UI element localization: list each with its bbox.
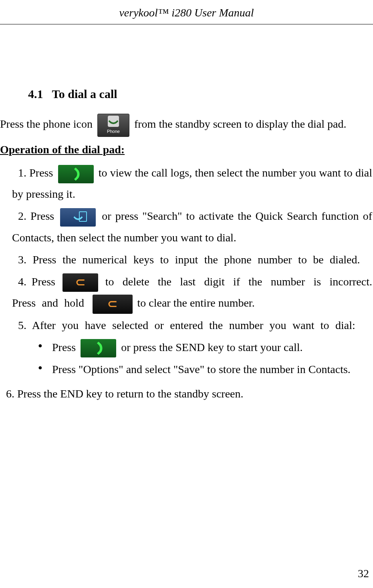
step-2-prefix: 2. Press <box>18 210 58 222</box>
bullet-2: Press "Options" and select "Save" to sto… <box>38 359 372 380</box>
intro-text-1: Press the phone icon <box>0 118 95 130</box>
call-icon <box>58 165 94 183</box>
contacts-icon <box>60 208 96 227</box>
step-3: 3. Press the numerical keys to input the… <box>12 249 372 270</box>
section-heading: 4.1 To dial a call <box>28 82 372 105</box>
step-1: 1. Press to view the call logs, then sel… <box>12 162 372 205</box>
backspace-icon-2 <box>93 295 133 314</box>
backspace-icon <box>63 273 98 292</box>
intro-paragraph: Press the phone icon Phone from the stan… <box>0 113 372 137</box>
step-5: 5. After you have selected or entered th… <box>12 315 372 336</box>
step-4-prefix: 4. Press <box>18 275 60 288</box>
bullet-list: Press or press the SEND key to start you… <box>38 337 372 380</box>
phone-app-label: Phone <box>98 127 129 136</box>
section-number: 4.1 <box>28 87 43 100</box>
document-content: 4.1 To dial a call Press the phone icon … <box>0 82 373 404</box>
step-1-prefix: 1. Press <box>18 167 56 179</box>
bullet-1-prefix: Press <box>52 341 79 353</box>
header-title: verykool™ i280 User Manual <box>119 6 254 19</box>
page-number: 32 <box>358 563 369 584</box>
step-2: 2. Press or press "Search" to activate t… <box>12 205 372 248</box>
bullet-1-suffix: or press the SEND key to start your call… <box>121 341 302 353</box>
phone-app-icon: Phone <box>97 114 129 137</box>
operation-heading: Operation of the dial pad: <box>0 139 372 160</box>
bullet-1: Press or press the SEND key to start you… <box>38 337 372 358</box>
section-title: To dial a call <box>52 87 117 100</box>
step-4-suffix: to clear the entire number. <box>137 297 255 309</box>
document-header: verykool™ i280 User Manual <box>0 0 373 24</box>
step-4: 4. Press to delete the last digit if the… <box>12 271 372 314</box>
intro-text-2: from the standby screen to display the d… <box>134 118 347 130</box>
call-icon-2 <box>81 339 116 357</box>
step-6: 6. Press the END key to return to the st… <box>6 383 372 404</box>
